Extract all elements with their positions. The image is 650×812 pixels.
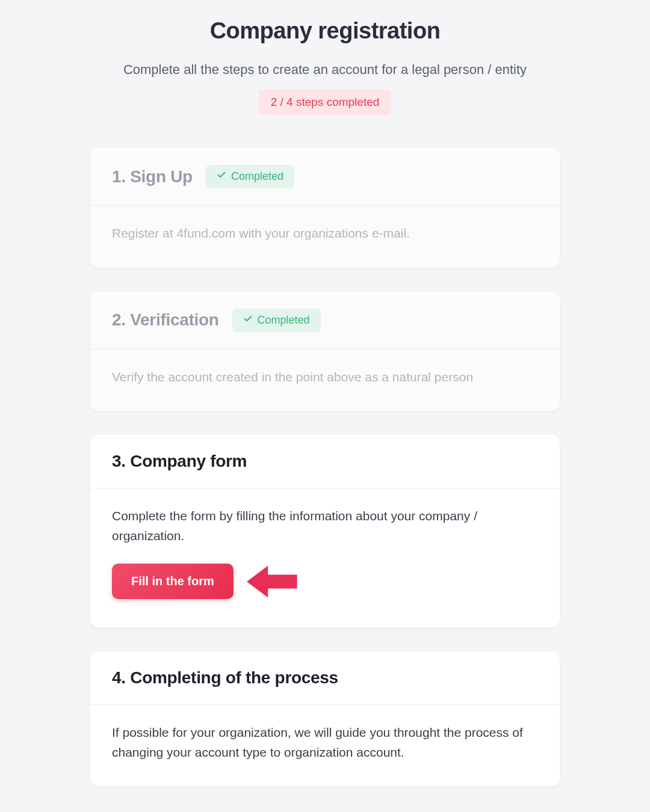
page-title: Company registration xyxy=(0,18,650,44)
step-body: Complete the form by filling the informa… xyxy=(90,488,560,627)
step-body: Register at 4fund.com with your organiza… xyxy=(90,206,560,268)
arrow-left-icon xyxy=(247,562,300,603)
page-container: Company registration Complete all the st… xyxy=(0,0,650,812)
check-icon xyxy=(243,314,253,327)
step-card-completing: 4. Completing of the process If possible… xyxy=(90,651,560,786)
step-card-company-form: 3. Company form Complete the form by fil… xyxy=(90,435,560,627)
step-description: If possible for your organization, we wi… xyxy=(112,723,538,762)
check-icon xyxy=(217,170,226,183)
page-subtitle: Complete all the steps to create an acco… xyxy=(0,62,650,78)
step-card-verification: 2. Verification Completed Verify the acc… xyxy=(90,292,560,411)
step-header: 4. Completing of the process xyxy=(90,651,560,705)
step-title: 3. Company form xyxy=(112,452,247,471)
step-card-signup: 1. Sign Up Completed Register at 4fund.c… xyxy=(90,148,560,268)
completed-badge: Completed xyxy=(206,165,294,188)
step-title: 1. Sign Up xyxy=(112,167,193,186)
step-description: Register at 4fund.com with your organiza… xyxy=(112,224,538,244)
step-header: 2. Verification Completed xyxy=(90,292,560,349)
svg-marker-0 xyxy=(247,566,297,598)
step-title: 2. Verification xyxy=(112,310,219,330)
progress-badge: 2 / 4 steps completed xyxy=(259,90,392,115)
step-title: 4. Completing of the process xyxy=(112,668,338,687)
steps-list: 1. Sign Up Completed Register at 4fund.c… xyxy=(90,148,560,786)
completed-label: Completed xyxy=(258,314,310,327)
page-header: Company registration Complete all the st… xyxy=(0,12,650,133)
step-description: Verify the account created in the point … xyxy=(112,368,538,387)
step-description: Complete the form by filling the informa… xyxy=(112,506,538,546)
step-body: If possible for your organization, we wi… xyxy=(90,705,560,786)
action-row: Fill in the form xyxy=(112,546,538,603)
completed-label: Completed xyxy=(231,170,283,183)
step-header: 1. Sign Up Completed xyxy=(90,148,560,206)
fill-form-button[interactable]: Fill in the form xyxy=(112,564,234,599)
step-header: 3. Company form xyxy=(90,435,560,488)
completed-badge: Completed xyxy=(232,309,321,332)
step-body: Verify the account created in the point … xyxy=(90,349,560,411)
